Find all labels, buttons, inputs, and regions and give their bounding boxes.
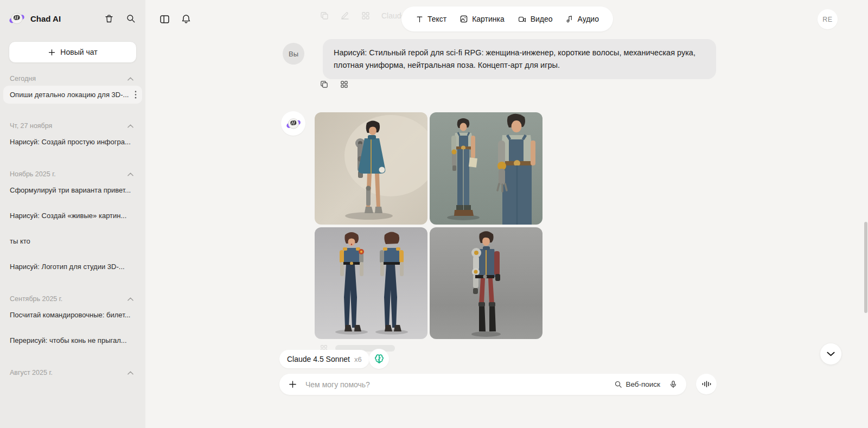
chat-history-item[interactable]: ты кто bbox=[3, 232, 142, 250]
history-section-august: Август 2025 г. bbox=[10, 369, 133, 376]
tab-label: Картинка bbox=[472, 15, 505, 23]
prompt-input[interactable] bbox=[304, 380, 614, 389]
model-name: Claude 4.5 Sonnet bbox=[287, 355, 350, 363]
chat-history-item-label: Опиши детально локацию для 3D-... bbox=[10, 91, 129, 99]
tab-label: Аудио bbox=[577, 15, 599, 23]
brain-icon bbox=[373, 353, 385, 365]
chat-history-item[interactable]: Посчитай командировочные: билет... bbox=[3, 306, 142, 324]
model-selector[interactable]: Claude 4.5 Sonnet x6 bbox=[279, 350, 369, 368]
scrollbar-thumb[interactable] bbox=[864, 222, 867, 313]
sidebar-toggle-icon[interactable] bbox=[159, 14, 170, 25]
web-search-label: Веб-поиск bbox=[626, 380, 660, 388]
attach-plus-icon[interactable] bbox=[288, 380, 297, 389]
text-icon bbox=[416, 15, 424, 23]
chevron-up-icon[interactable] bbox=[127, 173, 133, 176]
chat-history-item-label: Нарисуй: Создай «живые» картин... bbox=[10, 212, 126, 220]
search-icon bbox=[614, 380, 622, 388]
chat-history-item-label: Нарисуй: Логотип для студии 3D-... bbox=[10, 263, 125, 271]
web-search-button[interactable]: Веб-поиск bbox=[614, 380, 660, 388]
waveform-icon bbox=[701, 380, 712, 388]
tab-text[interactable]: Текст bbox=[416, 15, 446, 23]
section-label: Ноябрь 2025 г. bbox=[10, 170, 56, 178]
user-message-avatar: Вы bbox=[283, 43, 304, 65]
reasoning-toggle-button[interactable] bbox=[369, 349, 389, 369]
grid-icon[interactable] bbox=[340, 80, 349, 89]
tab-image[interactable]: Картинка bbox=[459, 15, 505, 23]
chat-history-item-label: ты кто bbox=[10, 237, 30, 245]
history-section-today: Сегодня bbox=[10, 75, 133, 82]
user-message-text: Нарисуй: Стильный герой для sci-fi RPG: … bbox=[334, 48, 695, 69]
new-chat-button[interactable]: Новый чат bbox=[9, 41, 137, 63]
assistant-avatar bbox=[281, 111, 305, 136]
app-title: Chad AI bbox=[30, 14, 99, 23]
chat-history-item-label: Посчитай командировочные: билет... bbox=[10, 311, 131, 319]
chat-history-item[interactable]: Опиши детально локацию для 3D-... bbox=[3, 86, 142, 104]
section-label: Сегодня bbox=[10, 75, 36, 82]
history-section-november: Ноябрь 2025 г. bbox=[10, 170, 133, 178]
sidebar-header: Chad AI bbox=[9, 10, 136, 27]
chevron-up-icon[interactable] bbox=[127, 371, 133, 375]
grid-icon bbox=[361, 11, 371, 21]
message-actions bbox=[320, 80, 349, 89]
generated-image-4[interactable] bbox=[430, 227, 542, 339]
search-icon[interactable] bbox=[126, 14, 136, 23]
user-initials: RE bbox=[822, 16, 832, 23]
chat-history-item-label: Сформулируй три варианта привет... bbox=[10, 186, 131, 194]
chat-history-item-label: Перерисуй: чтобы конь не прыгал... bbox=[10, 336, 127, 344]
image-icon bbox=[459, 15, 468, 23]
notifications-bell-icon[interactable] bbox=[181, 13, 192, 25]
model-multiplier: x6 bbox=[354, 355, 362, 363]
tab-video[interactable]: Видео bbox=[518, 15, 553, 23]
generated-image-1[interactable] bbox=[315, 112, 427, 225]
mode-tab-bar: Текст Картинка Видео Аудио bbox=[401, 7, 613, 31]
chat-history-item[interactable]: Нарисуй: Логотип для студии 3D-... bbox=[3, 258, 142, 276]
chevron-up-icon[interactable] bbox=[127, 124, 133, 128]
chat-history-item-label: Нарисуй: Создай простую инфогра... bbox=[10, 138, 131, 146]
app-window: Chad AI Новый чат Сегодня bbox=[0, 0, 868, 428]
microphone-icon[interactable] bbox=[669, 379, 678, 389]
edit-icon bbox=[340, 11, 350, 21]
music-note-icon bbox=[565, 15, 573, 23]
user-message-bubble: Нарисуй: Стильный герой для sci-fi RPG: … bbox=[323, 39, 716, 79]
history-section-september: Сентябрь 2025 г. bbox=[10, 295, 133, 303]
kebab-menu-icon[interactable] bbox=[135, 91, 137, 99]
user-avatar-label: Вы bbox=[289, 50, 298, 58]
section-label: Сентябрь 2025 г. bbox=[10, 295, 62, 303]
prompt-input-bar: Веб-поиск bbox=[279, 374, 686, 395]
trash-icon[interactable] bbox=[104, 14, 114, 24]
plus-icon bbox=[48, 48, 56, 56]
chat-history-item[interactable]: Сформулируй три варианта привет... bbox=[3, 181, 142, 199]
chat-history-item[interactable]: Нарисуй: Создай «живые» картин... bbox=[3, 207, 142, 225]
tab-label: Текст bbox=[427, 15, 446, 23]
tab-audio[interactable]: Аудио bbox=[565, 15, 599, 23]
video-icon bbox=[518, 15, 527, 23]
faded-scrolled-toolbar: Claude 4 bbox=[320, 11, 412, 21]
copy-icon[interactable] bbox=[320, 80, 329, 89]
sidebar: Chad AI Новый чат Сегодня bbox=[0, 0, 145, 428]
chat-history-item[interactable]: Нарисуй: Создай простую инфогра... bbox=[3, 133, 142, 151]
history-section-thu27: Чт, 27 ноября bbox=[10, 122, 133, 130]
chevron-up-icon[interactable] bbox=[127, 77, 133, 81]
copy-icon bbox=[320, 11, 329, 21]
section-label: Август 2025 г. bbox=[10, 369, 53, 376]
scroll-to-bottom-button[interactable] bbox=[820, 343, 841, 365]
user-account-avatar[interactable]: RE bbox=[818, 9, 838, 29]
chevron-down-icon bbox=[827, 352, 835, 356]
chad-ai-logo-icon bbox=[9, 10, 25, 27]
voice-mode-button[interactable] bbox=[696, 374, 717, 394]
chad-ai-logo-icon bbox=[286, 116, 301, 131]
section-label: Чт, 27 ноября bbox=[10, 122, 52, 130]
generated-image-3[interactable] bbox=[315, 227, 427, 339]
tab-label: Видео bbox=[531, 15, 553, 23]
new-chat-label: Новый чат bbox=[60, 48, 97, 56]
chevron-up-icon[interactable] bbox=[127, 297, 133, 301]
generated-image-2[interactable] bbox=[430, 112, 542, 225]
chat-history-item[interactable]: Перерисуй: чтобы конь не прыгал... bbox=[3, 331, 142, 349]
